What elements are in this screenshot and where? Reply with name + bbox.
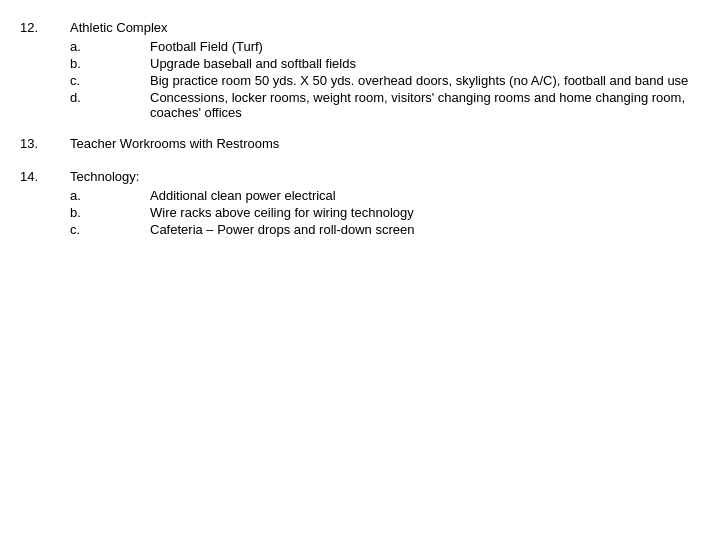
section-title: Teacher Workrooms with Restrooms (70, 136, 700, 151)
sub-item-letter: d. (70, 90, 150, 120)
sub-item: d.Concessions, locker rooms, weight room… (70, 90, 700, 120)
sub-item-letter: c. (70, 73, 150, 88)
sub-item-text: Wire racks above ceiling for wiring tech… (150, 205, 700, 220)
section-content: Teacher Workrooms with Restrooms (70, 136, 700, 155)
sub-items-list: a.Additional clean power electricalb.Wir… (70, 188, 700, 237)
sub-item-letter: b. (70, 205, 150, 220)
sub-item-text: Cafeteria – Power drops and roll-down sc… (150, 222, 700, 237)
sub-item: a.Football Field (Turf) (70, 39, 700, 54)
sub-item: b.Upgrade baseball and softball fields (70, 56, 700, 71)
section-number: 14. (20, 169, 70, 239)
section: 14.Technology:a.Additional clean power e… (20, 169, 700, 239)
sub-item-text: Big practice room 50 yds. X 50 yds. over… (150, 73, 700, 88)
sub-item: a.Additional clean power electrical (70, 188, 700, 203)
sub-item-letter: c. (70, 222, 150, 237)
main-content: 12.Athletic Complexa.Football Field (Tur… (20, 20, 700, 239)
sub-item: b.Wire racks above ceiling for wiring te… (70, 205, 700, 220)
sub-item: c.Cafeteria – Power drops and roll-down … (70, 222, 700, 237)
sub-items-list: a.Football Field (Turf)b.Upgrade basebal… (70, 39, 700, 120)
section-number: 13. (20, 136, 70, 155)
section-content: Technology:a.Additional clean power elec… (70, 169, 700, 239)
sub-item-text: Football Field (Turf) (150, 39, 700, 54)
section: 13.Teacher Workrooms with Restrooms (20, 136, 700, 155)
sub-item-letter: a. (70, 39, 150, 54)
sub-item-text: Concessions, locker rooms, weight room, … (150, 90, 700, 120)
sub-item: c.Big practice room 50 yds. X 50 yds. ov… (70, 73, 700, 88)
sub-item-text: Additional clean power electrical (150, 188, 700, 203)
sub-item-letter: b. (70, 56, 150, 71)
section-title: Technology: (70, 169, 700, 184)
section-title: Athletic Complex (70, 20, 700, 35)
sub-item-letter: a. (70, 188, 150, 203)
sub-item-text: Upgrade baseball and softball fields (150, 56, 700, 71)
section: 12.Athletic Complexa.Football Field (Tur… (20, 20, 700, 122)
section-content: Athletic Complexa.Football Field (Turf)b… (70, 20, 700, 122)
section-number: 12. (20, 20, 70, 122)
